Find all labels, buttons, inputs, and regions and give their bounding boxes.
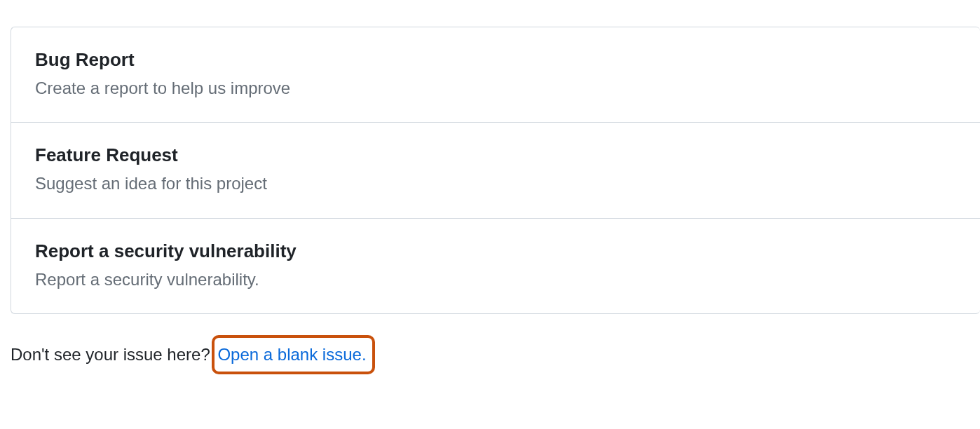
template-title: Feature Request [35,144,956,168]
issue-template-list: Bug Report Create a report to help us im… [11,27,980,314]
template-description: Report a security vulnerability. [35,268,956,292]
template-title: Report a security vulnerability [35,240,956,264]
template-title: Bug Report [35,48,956,72]
footer-prompt-text: Don't see your issue here? [11,345,215,364]
template-description: Create a report to help us improve [35,76,956,100]
template-item-feature-request[interactable]: Feature Request Suggest an idea for this… [11,123,980,218]
open-blank-issue-link[interactable]: Open a blank issue. [212,335,374,374]
template-item-bug-report[interactable]: Bug Report Create a report to help us im… [11,27,980,123]
template-item-security-vulnerability[interactable]: Report a security vulnerability Report a… [11,219,980,313]
footer-prompt: Don't see your issue here? Open a blank … [0,314,980,374]
template-description: Suggest an idea for this project [35,172,956,196]
